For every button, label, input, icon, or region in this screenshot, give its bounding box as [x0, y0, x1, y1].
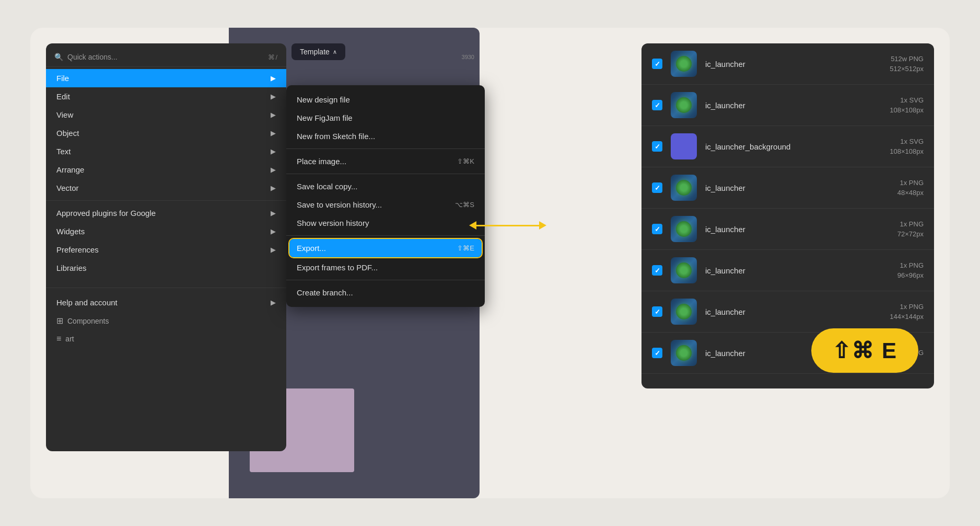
- export-name-7: ic_launcher: [705, 307, 881, 316]
- export-item-5[interactable]: ✓ ic_launcher 1x PNG 72×72px: [641, 209, 934, 250]
- submenu-export-shortcut: ⇧⌘E: [457, 244, 474, 252]
- checkmark-3: ✓: [655, 143, 660, 151]
- export-item-4[interactable]: ✓ ic_launcher 1x PNG 48×48px: [641, 167, 934, 209]
- checkmark-4: ✓: [655, 184, 660, 192]
- submenu-export-label: Export...: [297, 244, 326, 253]
- submenu-export-frames-label: Export frames to PDF...: [297, 263, 378, 272]
- menu-item-widgets-label: Widgets: [56, 227, 85, 236]
- menu-item-object-arrow: ▶: [271, 129, 276, 137]
- menu-item-plugins[interactable]: Approved plugins for Google ▶: [46, 204, 286, 222]
- menu-bottom: Help and account ▶ ⊞ Components ≡ art: [46, 288, 286, 348]
- main-menu: 🔍 Quick actions... ⌘/ File ▶ Edit ▶ View…: [46, 43, 286, 451]
- export-thumb-3: [671, 133, 697, 159]
- menu-item-vector[interactable]: Vector ▶: [46, 179, 286, 197]
- submenu-save-version[interactable]: Save to version history... ⌥⌘S: [286, 196, 485, 214]
- components-row[interactable]: ⊞ Components: [46, 312, 286, 330]
- submenu-new-sketch[interactable]: New from Sketch file...: [286, 127, 485, 145]
- export-meta-5: 1x PNG 72×72px: [897, 219, 924, 239]
- submenu-divider-3: [286, 235, 485, 236]
- menu-item-widgets-arrow: ▶: [271, 227, 276, 235]
- export-thumb-8: [671, 340, 697, 366]
- components-label: Components: [67, 317, 109, 325]
- export-checkbox-5[interactable]: ✓: [652, 224, 662, 234]
- export-meta-7: 1x PNG 144×144px: [890, 302, 924, 322]
- checkmark-8: ✓: [655, 349, 660, 357]
- export-checkbox-8[interactable]: ✓: [652, 348, 662, 358]
- submenu-save-local-label: Save local copy...: [297, 182, 357, 191]
- shortcut-display: ⇧⌘ E: [811, 328, 918, 373]
- template-arrow-icon: ∧: [333, 49, 337, 55]
- export-meta-3: 1x SVG 108×108px: [890, 136, 924, 157]
- components-icon: ⊞: [56, 316, 63, 326]
- submenu-new-sketch-label: New from Sketch file...: [297, 132, 375, 141]
- export-name-3: ic_launcher_background: [705, 142, 881, 151]
- export-checkbox-2[interactable]: ✓: [652, 100, 662, 110]
- menu-item-widgets[interactable]: Widgets ▶: [46, 222, 286, 241]
- submenu-show-version-label: Show version history: [297, 219, 369, 227]
- export-thumb-2: [671, 92, 697, 118]
- export-meta-2: 1x SVG 108×108px: [890, 95, 924, 116]
- submenu-export[interactable]: Export... ⇧⌘E: [289, 239, 482, 257]
- export-thumb-6: [671, 257, 697, 283]
- submenu-divider-1: [286, 148, 485, 149]
- submenu-new-figjam[interactable]: New FigJam file: [286, 109, 485, 127]
- menu-item-text-arrow: ▶: [271, 147, 276, 155]
- menu-item-arrange-label: Arrange: [56, 165, 84, 174]
- menu-item-object[interactable]: Object ▶: [46, 124, 286, 142]
- menu-item-vector-label: Vector: [56, 184, 79, 192]
- file-submenu: New design file New FigJam file New from…: [286, 85, 485, 307]
- export-item-2[interactable]: ✓ ic_launcher 1x SVG 108×108px: [641, 85, 934, 126]
- export-checkbox-1[interactable]: ✓: [652, 59, 662, 69]
- submenu-place-image-label: Place image...: [297, 157, 346, 166]
- submenu-show-version[interactable]: Show version history: [286, 214, 485, 232]
- menu-item-view[interactable]: View ▶: [46, 106, 286, 124]
- menu-item-text[interactable]: Text ▶: [46, 142, 286, 161]
- export-name-4: ic_launcher: [705, 184, 889, 192]
- export-meta-1: 512w PNG 512×512px: [890, 54, 924, 74]
- checkmark-5: ✓: [655, 225, 660, 233]
- export-name-5: ic_launcher: [705, 225, 889, 234]
- export-item-7[interactable]: ✓ ic_launcher 1x PNG 144×144px: [641, 291, 934, 333]
- export-panel: ✓ ic_launcher 512w PNG 512×512px ✓ ic_la…: [641, 43, 934, 388]
- menu-item-file-label: File: [56, 74, 69, 83]
- shortcut-text: ⇧⌘ E: [832, 338, 897, 363]
- menu-item-help[interactable]: Help and account ▶: [46, 293, 286, 312]
- export-checkbox-7[interactable]: ✓: [652, 306, 662, 317]
- export-item-3[interactable]: ✓ ic_launcher_background 1x SVG 108×108p…: [641, 126, 934, 167]
- art-row[interactable]: ≡ art: [46, 330, 286, 348]
- menu-item-preferences[interactable]: Preferences ▶: [46, 241, 286, 259]
- submenu-place-image[interactable]: Place image... ⇧⌘K: [286, 152, 485, 170]
- menu-item-edit-arrow: ▶: [271, 93, 276, 100]
- menu-item-file[interactable]: File ▶: [46, 69, 286, 87]
- menu-item-vector-arrow: ▶: [271, 184, 276, 192]
- export-meta-6: 1x PNG 96×96px: [897, 260, 924, 281]
- template-label: Template: [300, 48, 330, 56]
- submenu-create-branch[interactable]: Create branch...: [286, 283, 485, 302]
- export-checkbox-4[interactable]: ✓: [652, 182, 662, 193]
- menu-item-arrange[interactable]: Arrange ▶: [46, 161, 286, 179]
- export-checkbox-3[interactable]: ✓: [652, 141, 662, 152]
- export-item-6[interactable]: ✓ ic_launcher 1x PNG 96×96px: [641, 250, 934, 291]
- menu-item-edit[interactable]: Edit ▶: [46, 87, 286, 106]
- submenu-export-frames[interactable]: Export frames to PDF...: [286, 258, 485, 277]
- menu-item-preferences-label: Preferences: [56, 245, 99, 254]
- menu-divider-1: [46, 200, 286, 201]
- export-meta-4: 1x PNG 48×48px: [897, 178, 924, 198]
- checkmark-1: ✓: [655, 60, 660, 68]
- export-checkbox-6[interactable]: ✓: [652, 265, 662, 276]
- submenu-save-local[interactable]: Save local copy...: [286, 177, 485, 196]
- checkmark-2: ✓: [655, 101, 660, 109]
- submenu-divider-4: [286, 280, 485, 280]
- submenu-place-image-shortcut: ⇧⌘K: [457, 157, 474, 165]
- search-bar[interactable]: 🔍 Quick actions... ⌘/: [46, 48, 286, 67]
- checkmark-7: ✓: [655, 308, 660, 316]
- export-item-1[interactable]: ✓ ic_launcher 512w PNG 512×512px: [641, 43, 934, 85]
- submenu-new-design[interactable]: New design file: [286, 90, 485, 109]
- export-thumb-5: [671, 216, 697, 242]
- menu-item-file-arrow: ▶: [271, 74, 276, 82]
- menu-item-help-label: Help and account: [56, 298, 118, 307]
- template-bar[interactable]: Template ∧: [291, 43, 345, 60]
- submenu-save-version-label: Save to version history...: [297, 200, 382, 209]
- search-placeholder: Quick actions...: [67, 53, 118, 61]
- menu-item-libraries[interactable]: Libraries: [46, 259, 286, 277]
